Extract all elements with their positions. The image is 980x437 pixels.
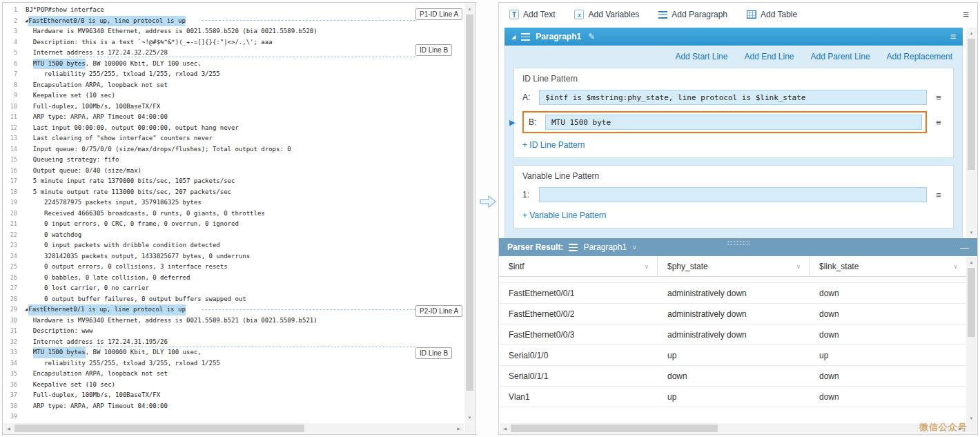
menu-icon[interactable]: ≡ [932,93,945,103]
scrollbar-thumb[interactable] [466,14,473,391]
code-line[interactable]: 28 0 output buffer failures, 0 output bu… [4,294,464,305]
result-row[interactable]: FastEthernet0/0/2 administratively down … [499,304,966,324]
paragraph-header[interactable]: ◢ Paragraph1 ✎ ≡ [504,28,963,46]
code-line[interactable]: 39 [4,411,464,423]
scroll-down-button[interactable]: ▼ [464,412,475,423]
result-row[interactable]: FastEthernet0/0/1 administratively down … [499,283,966,304]
scroll-up-button[interactable]: ▲ [966,28,977,38]
chevron-down-icon[interactable]: ∨ [953,263,958,270]
minimize-icon[interactable]: — [960,242,969,253]
scroll-right-button[interactable]: ▶ [453,423,464,434]
add-replacement-link[interactable]: Add Replacement [887,52,952,61]
result-row[interactable]: FastEthernet0/0/3 administratively down … [499,324,966,345]
column-header-phy-state[interactable]: $phy_state ∨ [658,256,810,276]
code-line[interactable]: 37 Full-duplex, 100Mb/s, 100BaseTX/FX [4,390,464,401]
code-line[interactable]: 7 reliability 255/255, txload 1/255, rxl… [4,69,464,80]
code-line[interactable]: 21 0 input errors, 0 CRC, 0 frame, 0 ove… [4,219,464,230]
add-table-button[interactable]: Add Table [747,10,797,19]
scroll-down-button[interactable]: ▼ [966,413,977,423]
add-end-line-link[interactable]: Add End Line [744,52,794,61]
row-1-label: 1: [522,190,533,200]
id-line-connector [202,20,415,21]
scroll-left-button[interactable]: ◀ [3,423,14,434]
code-line[interactable]: 6 MTU 1500 bytes, BW 100000 Kbit, DLY 10… [4,59,464,70]
scrollbar-thumb[interactable] [968,39,975,170]
add-start-line-link[interactable]: Add Start Line [675,52,727,61]
code-line[interactable]: 26 0 babbles, 0 late collision, 0 deferr… [4,273,464,284]
add-text-button[interactable]: T Add Text [509,10,555,19]
code-line[interactable]: 23 0 input packets with dribble conditio… [4,240,464,251]
result-vertical-scrollbar[interactable]: ▲ ▼ [966,257,977,423]
column-header-intf[interactable]: $intf ∨ [499,256,658,276]
code-line[interactable]: 11 ARP type: ARPA, ARP Timeout 04:00:00 [4,112,464,123]
code-line[interactable]: 31 Description: www [4,326,464,337]
fold-marker-icon[interactable]: ◢ [25,304,28,315]
code-line[interactable]: 15 Queueing strategy: fifo [4,155,464,166]
menu-icon[interactable]: ≡ [932,190,945,200]
editor-horizontal-scrollbar[interactable]: ◀ ▶ [3,423,464,434]
scrollbar-thumb[interactable] [511,425,718,432]
code-line[interactable]: 1BJ*POP#show interface [4,5,464,16]
code-line[interactable]: 8 Encapsulation ARPA, loopback not set [4,80,464,91]
code-line[interactable]: 19 2245787975 packets input, 3579186325 … [4,197,464,208]
chevron-down-icon[interactable]: ∨ [644,263,649,270]
result-row[interactable]: Serial0/1/0 up up [499,345,966,366]
id-line-b-input[interactable] [545,115,922,130]
column-header-link-state[interactable]: $link_state ∨ [810,256,966,276]
scrollbar-thumb[interactable] [14,425,304,432]
pattern-label-p2-id-line-a: P2-ID Line A [415,305,462,317]
code-line[interactable]: 24 328142035 packets output, 1433825677 … [4,251,464,262]
code-line[interactable]: 30 Hardware is MV96340 Ethernet, address… [4,315,464,327]
code-line[interactable]: 32 Internet address is 172.24.31.195/26 [4,337,464,348]
code-line[interactable]: 3 Hardware is MV96340 Ethernet, address … [4,26,464,37]
scroll-left-button[interactable]: ◀ [500,423,510,434]
result-horizontal-scrollbar[interactable]: ◀ ▶ [500,423,966,434]
result-row[interactable]: Vlan1 up down [499,387,966,407]
code-line[interactable]: 10 Full-duplex, 100Mb/s, 100BaseTX/FX [4,101,464,113]
result-row[interactable]: Serial0/1/1 down down [499,366,966,387]
code-line[interactable]: 2◢FastEthernet0/0 is up, line protocol i… [4,16,464,27]
id-line-a-input[interactable] [539,90,927,105]
code-line[interactable]: 13 Last clearing of "show interface" cou… [4,133,464,144]
fold-marker-icon[interactable]: ◢ [25,16,28,27]
menu-icon[interactable]: ≡ [950,31,956,42]
code-line[interactable]: 34 reliability 255/255, txload 3/255, rx… [4,358,464,369]
add-paragraph-button[interactable]: Add Paragraph [658,10,727,19]
result-paragraph-selector[interactable]: Paragraph1 [583,242,627,252]
add-parent-line-link[interactable]: Add Parent Line [811,52,870,61]
code-line[interactable]: 27 0 lost carrier, 0 no carrier [4,283,464,294]
id-line-pattern-box: ID Line Pattern A: ≡ ▶ B: ≡ + ID Line Pa… [513,68,954,158]
code-line[interactable]: 35 Encapsulation ARPA, loopback not set [4,369,464,380]
scroll-up-button[interactable]: ▲ [464,3,475,14]
drag-handle[interactable] [727,240,750,246]
code-line[interactable]: 36 Keepalive set (10 sec) [4,380,464,391]
code-line[interactable]: 22 0 watchdog [4,230,464,241]
editor-vertical-scrollbar[interactable]: ▲ ▼ [464,3,475,423]
add-variables-button[interactable]: x Add Variables [574,10,639,19]
scroll-up-button[interactable]: ▲ [966,257,977,267]
add-id-line-pattern-link[interactable]: + ID Line Pattern [522,140,585,150]
code-line[interactable]: 33 MTU 1500 bytes, BW 100000 Kbit, DLY 1… [4,347,464,358]
chevron-down-icon[interactable]: ∨ [632,244,637,251]
code-line[interactable]: 14 Input queue: 0/75/0/0 (size/max/drops… [4,144,464,155]
code-editor[interactable]: 1BJ*POP#show interface 2◢FastEthernet0/0… [3,3,464,423]
code-line[interactable]: 25 0 output errors, 0 collisions, 3 inte… [4,262,464,273]
chevron-down-icon[interactable]: ∨ [796,263,801,270]
menu-icon[interactable]: ≡ [963,8,969,20]
collapse-icon[interactable]: ◢ [511,34,516,40]
code-line[interactable]: 18 5 minute output rate 113000 bits/sec,… [4,187,464,198]
paragraph-vertical-scrollbar[interactable]: ▲ ▼ [966,28,977,237]
menu-icon[interactable]: ≡ [932,117,945,128]
edit-pencil-icon[interactable]: ✎ [588,32,595,41]
code-line[interactable]: 9 Keepalive set (10 sec) [4,90,464,101]
code-line[interactable]: 38 ARP type: ARPA, ARP Timeout 04:00:00 [4,401,464,412]
scrollbar-thumb[interactable] [968,268,975,337]
code-line[interactable]: 4 Description: this is a test `~!@#$%^&*… [4,37,464,48]
code-line[interactable]: 12 Last input 00:00:00, output 00:00:00,… [4,123,464,134]
scroll-down-button[interactable]: ▼ [966,227,977,237]
code-line[interactable]: 20 Received 4666305 broadcasts, 0 runts,… [4,208,464,220]
code-line[interactable]: 16 Output queue: 0/40 (size/max) [4,166,464,177]
add-variable-line-pattern-link[interactable]: + Variable Line Pattern [522,211,607,220]
code-line[interactable]: 17 5 minute input rate 1379000 bits/sec,… [4,176,464,187]
variable-line-1-input[interactable] [539,187,927,202]
